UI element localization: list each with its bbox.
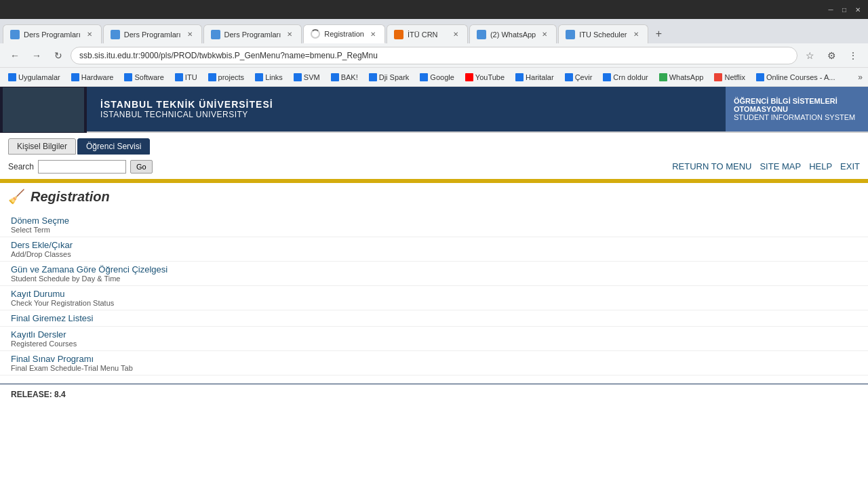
gun-zamana-subtitle: Student Schedule by Day & Time <box>11 274 857 283</box>
bookmark-youtube[interactable]: YouTube <box>462 72 507 83</box>
bookmark-projects[interactable]: projects <box>205 72 248 83</box>
itu-logo <box>0 87 87 133</box>
bookmark-hardware[interactable]: Hardware <box>68 72 117 83</box>
svg-rect-1 <box>23 95 64 125</box>
university-header: İSTANBUL TEKNİK ÜNİVERSİTESİ ISTANBUL TE… <box>0 87 868 133</box>
site-map-link[interactable]: SITE MAP <box>760 161 801 171</box>
menu-icon[interactable]: ⋮ <box>844 46 863 65</box>
forward-button[interactable]: → <box>27 46 46 65</box>
tab-personal-info[interactable]: Kişisel Bilgiler <box>8 138 76 155</box>
kayit-durumu-subtitle: Check Your Registration Status <box>11 299 857 307</box>
tab-favicon-2 <box>111 30 120 39</box>
tab-close-6[interactable]: ✕ <box>540 30 549 39</box>
bookmark-icon[interactable]: ☆ <box>800 46 819 65</box>
tab-2[interactable]: Ders Programları ✕ <box>103 24 202 43</box>
nav-bar: ← → ↻ ssb.sis.itu.edu.tr:9000/pls/PROD/t… <box>0 43 868 68</box>
page-title: Registration <box>31 189 110 205</box>
maximize-btn[interactable]: □ <box>840 5 849 14</box>
bookmark-icon-djispark <box>369 73 377 81</box>
bookmark-haritalar[interactable]: Haritalar <box>513 72 557 83</box>
bookmark-icon-svm <box>294 73 302 81</box>
bookmark-icon-youtube <box>465 73 473 81</box>
tab-favicon-7 <box>566 30 575 39</box>
new-tab-button[interactable]: + <box>650 24 669 43</box>
svg-point-5 <box>38 104 49 115</box>
donem-secme-link[interactable]: Dönem Seçme <box>11 216 69 226</box>
bookmark-google[interactable]: Google <box>417 72 456 83</box>
final-sinav-link[interactable]: Final Sınav Programı <box>11 354 94 364</box>
bookmarks-more[interactable]: » <box>858 73 863 82</box>
help-link[interactable]: HELP <box>809 161 832 171</box>
extensions-icon[interactable]: ⚙ <box>822 46 841 65</box>
search-input[interactable] <box>38 160 126 174</box>
bookmark-netflix[interactable]: Netflix <box>711 72 748 83</box>
back-button[interactable]: ← <box>5 46 24 65</box>
tab-close-4[interactable]: ✕ <box>368 29 378 39</box>
bookmark-icon-whatsapp <box>659 73 667 81</box>
sis-block: ÖĞRENCİ BİLGİ SİSTEMLERİ OTOMASYONU STUD… <box>726 87 868 131</box>
page-footer: RELEASE: 8.4 <box>0 384 868 405</box>
tab-label-6: (2) WhatsApp <box>490 30 536 39</box>
tab-3[interactable]: Ders Programları ✕ <box>203 24 302 43</box>
go-button[interactable]: Go <box>130 160 153 174</box>
bookmarks-bar: Uygulamalar Hardware Software ITU projec… <box>0 68 868 87</box>
title-bar: ─ □ ✕ <box>0 0 868 19</box>
tab-7[interactable]: ITU Scheduler ✕ <box>558 24 648 43</box>
tab-1[interactable]: Ders Programları ✕ <box>3 24 102 43</box>
bookmark-itu[interactable]: ITU <box>172 72 200 83</box>
bookmark-software[interactable]: Software <box>121 72 166 83</box>
tab-5[interactable]: İTÜ CRN ✕ <box>387 24 468 43</box>
tab-loading-4 <box>311 29 320 39</box>
menu-item-donem-secme: Dönem Seçme Select Term <box>0 213 868 237</box>
bookmark-djispark[interactable]: Dji Spark <box>366 72 412 83</box>
bookmark-icon-netflix <box>714 73 722 81</box>
tab-close-2[interactable]: ✕ <box>185 30 195 39</box>
address-bar[interactable]: ssb.sis.itu.edu.tr:9000/pls/PROD/twbkwbi… <box>71 47 797 64</box>
tab-favicon-3 <box>211 30 220 39</box>
reload-button[interactable]: ↻ <box>49 46 68 65</box>
gun-zamana-link[interactable]: Gün ve Zamana Göre Öğrenci Çizelgesi <box>11 264 167 274</box>
ders-ekle-cikar-link[interactable]: Ders Ekle/Çıkar <box>11 240 73 250</box>
minimize-btn[interactable]: ─ <box>826 5 835 14</box>
menu-item-ders-ekle-cikar: Ders Ekle/Çıkar Add/Drop Classes <box>0 237 868 262</box>
kayit-durumu-link[interactable]: Kayıt Durumu <box>11 289 64 299</box>
tab-label-5: İTÜ CRN <box>408 30 447 39</box>
bookmark-online-courses[interactable]: Online Courses - A... <box>753 72 838 83</box>
bookmark-whatsapp[interactable]: WhatsApp <box>656 72 707 83</box>
tab-student-service[interactable]: Öğrenci Servisi <box>77 138 150 155</box>
tab-close-3[interactable]: ✕ <box>285 30 294 39</box>
page-nav-tabs: Kişisel Bilgiler Öğrenci Servisi <box>0 133 868 157</box>
bookmark-icon-google <box>420 73 428 81</box>
close-btn[interactable]: ✕ <box>853 5 863 14</box>
svg-rect-0 <box>16 92 71 129</box>
exit-link[interactable]: EXIT <box>840 161 860 171</box>
bookmark-icon-cevir <box>565 73 573 81</box>
tab-close-7[interactable]: ✕ <box>631 30 641 39</box>
tab-close-1[interactable]: ✕ <box>85 30 94 39</box>
bookmark-links[interactable]: Links <box>252 72 285 83</box>
bookmark-crn[interactable]: Crn doldur <box>600 72 650 83</box>
tab-4[interactable]: Registration ✕ <box>303 24 385 43</box>
tabs-bar: Ders Programları ✕ Ders Programları ✕ De… <box>0 19 868 43</box>
bookmark-icon-bak <box>331 73 339 81</box>
final-giremez-link[interactable]: Final Giremez Listesi <box>11 313 93 323</box>
itu-logo-image <box>3 87 84 132</box>
bookmark-uygulamalar[interactable]: Uygulamalar <box>5 72 63 83</box>
tab-close-5[interactable]: ✕ <box>451 30 460 39</box>
search-label: Search <box>8 162 34 171</box>
tab-favicon-1 <box>10 30 20 39</box>
tab-6[interactable]: (2) WhatsApp ✕ <box>469 24 557 43</box>
tab-favicon-6 <box>477 30 486 39</box>
return-to-menu-link[interactable]: RETURN TO MENU <box>672 161 751 171</box>
kayitli-dersler-subtitle: Registered Courses <box>11 340 857 348</box>
bookmark-bak[interactable]: BAK! <box>328 72 361 83</box>
bookmark-icon-uygulamalar <box>8 73 16 81</box>
final-sinav-subtitle: Final Exam Schedule-Trial Menu Tab <box>11 364 857 372</box>
bookmark-cevir[interactable]: Çevir <box>562 72 595 83</box>
kayitli-dersler-link[interactable]: Kayıtlı Dersler <box>11 329 66 340</box>
release-label: RELEASE: 8.4 <box>11 390 66 399</box>
menu-item-gun-zamana: Gün ve Zamana Göre Öğrenci Çizelgesi Stu… <box>0 262 868 286</box>
bookmark-svm[interactable]: SVM <box>291 72 323 83</box>
university-name-tr: İSTANBUL TEKNİK ÜNİVERSİTESİ <box>100 99 726 110</box>
window-controls[interactable]: ─ □ ✕ <box>826 5 863 14</box>
